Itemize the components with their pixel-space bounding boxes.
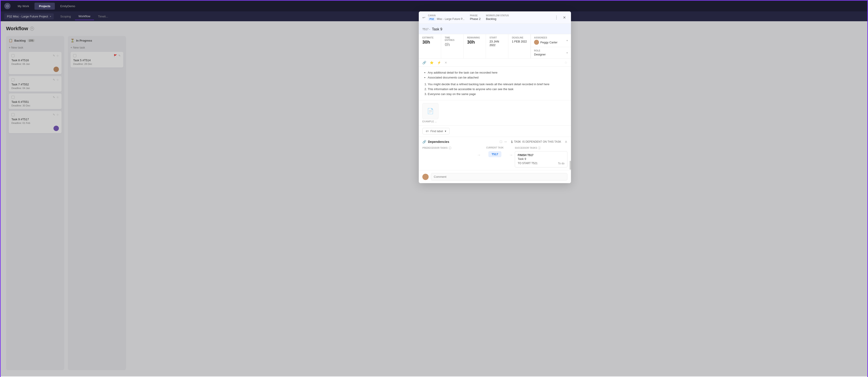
comment-input[interactable] (431, 173, 567, 180)
attachment-name: EXAMPLE ... (422, 120, 438, 123)
modal-back-icon[interactable]: ↩ (422, 15, 425, 20)
successor-relation: TO START T521 (518, 162, 537, 165)
stat-deadline-label: DEADLINE (512, 36, 527, 39)
tab-emily-demo[interactable]: EmilyDemo (56, 3, 80, 10)
header-field-canva: CANVA P32 Misc - Large Future P... (428, 14, 464, 21)
desc-item-1: You might decide that a refined backlog … (428, 82, 566, 87)
role-dropdown-chevron[interactable]: ▾ (566, 52, 568, 54)
labels-section: 🏷 Find label ▾ (419, 126, 571, 137)
assignee-avatar (534, 40, 539, 45)
dep-task-label: TASK (514, 140, 521, 143)
dep-title-text: Dependencies (428, 140, 449, 143)
successor-card[interactable]: FINISH T517 Task 9 TO START T521 To do (515, 151, 567, 168)
action-icon-bolt[interactable]: ⚡ (437, 61, 441, 64)
comment-section (419, 170, 571, 183)
dep-count-badge: 1 TASK IS DEPENDENT ON THIS TASK (511, 140, 561, 143)
stats-left: ESTIMATE 30h TIME ENTRIES 0h REMAINING 3… (419, 34, 531, 58)
stats-assignee-wrapper: ESTIMATE 30h TIME ENTRIES 0h REMAINING 3… (419, 34, 571, 59)
top-nav: ⬡ My Work Projects EmilyDemo (1, 1, 867, 11)
dep-arrow-left: → (475, 153, 483, 158)
workflow-status-label: WORKFLOW STATUS (486, 14, 509, 17)
role-block: ROLE Designer ▾ (531, 47, 571, 58)
dep-add-icons: □ ↔ (500, 140, 507, 144)
action-bar-favorite[interactable]: ☆ (564, 60, 567, 65)
nav-logo[interactable]: ⬡ (4, 3, 10, 9)
description-area: Any additional detail for the task can b… (419, 67, 571, 100)
header-field-workflow-status: WORKFLOW STATUS Backlog (486, 14, 509, 21)
dep-header: 🔗 Dependencies □ ↔ 1 TASK IS DEPENDENT O… (422, 140, 567, 144)
stat-start-date-bold: 23 JAN (490, 40, 499, 43)
modal-close-button[interactable]: ✕ (561, 14, 567, 21)
scrollbar-thumb[interactable] (570, 161, 571, 170)
desc-bullet-1: Any additional detail for the task can b… (428, 70, 566, 75)
phase-value: Phase 2 (470, 17, 480, 21)
assignee-label: ASSIGNEES (534, 36, 558, 39)
app-container: ⬡ My Work Projects EmilyDemo P32 Misc - … (0, 0, 868, 377)
dep-predecessor-col: PREDECESSOR TASKS i (422, 146, 475, 151)
p32-badge: P32 (428, 17, 436, 21)
stat-start: START 23 JAN 2022 (486, 34, 508, 58)
find-label-button[interactable]: 🏷 Find label ▾ (422, 128, 450, 134)
stat-deadline-date-bold: 1 FEB (512, 40, 520, 43)
stat-time-entries-value: 0h (445, 42, 460, 47)
stat-estimate-label: ESTIMATE (422, 36, 437, 39)
workflow-status-value: Backlog (486, 17, 509, 21)
canva-label: CANVA (428, 14, 464, 17)
modal-more-button[interactable]: ⋮ (554, 14, 559, 21)
assignee-dropdown-chevron[interactable]: ▾ (566, 39, 568, 42)
dep-link-icon: 🔗 (422, 140, 426, 143)
dep-collapse-button[interactable]: ∧ (565, 140, 567, 144)
dep-title: 🔗 Dependencies (422, 140, 449, 143)
stat-start-year: 2022 (490, 44, 496, 47)
predecessor-label: PREDECESSOR TASKS i (422, 146, 475, 149)
action-icon-star[interactable]: ⭐ (430, 61, 434, 64)
action-bar-left: 🔗 ⭐ ⚡ ✕ (422, 61, 447, 64)
header-field-phase: PHASE Phase 2 (470, 14, 480, 21)
phase-label: PHASE (470, 14, 480, 17)
dep-is-dependent-label: IS DEPENDENT ON THIS TASK (522, 140, 561, 143)
predecessor-info-icon[interactable]: i (448, 146, 452, 149)
current-task-badge: T517 (488, 151, 501, 157)
stat-deadline-value: 1 FEB 2022 (512, 40, 527, 43)
stat-start-value: 23 JAN 2022 (490, 40, 504, 47)
find-label-chevron: ▾ (445, 130, 446, 133)
tab-projects[interactable]: Projects (34, 3, 55, 10)
description-text: Any additional detail for the task can b… (423, 70, 566, 97)
comment-avatar (422, 174, 429, 180)
dep-count-num: 1 (511, 140, 513, 143)
attachment-section: 📄 EXAMPLE ... (419, 100, 571, 126)
canva-tag: P32 Misc - Large Future P... (428, 17, 464, 21)
stat-remaining-value: 30h (467, 40, 482, 45)
successor-info-icon[interactable]: i (538, 146, 541, 149)
successor-task-name: Task 9 (518, 157, 564, 161)
task-modal: ↩ CANVA P32 Misc - Large Future P... PHA… (419, 11, 571, 183)
attachment-thumb[interactable]: 📄 (422, 103, 438, 119)
dep-successor-col: SUCCESSOR TASKS i FINISH T517 Task 9 TO … (515, 146, 567, 168)
dep-add-successor-icon[interactable]: ↔ (504, 140, 507, 144)
desc-item-2: This information will be accessible to a… (428, 87, 566, 92)
stat-remaining-label: REMAINING (467, 36, 482, 39)
assignee-name: Peggy Carter (540, 41, 558, 44)
dep-add-predecessor-icon[interactable]: □ (500, 140, 502, 144)
dependencies-section: 🔗 Dependencies □ ↔ 1 TASK IS DEPENDENT O… (419, 137, 571, 170)
role-value: Designer (534, 53, 546, 56)
stat-time-entries: TIME ENTRIES 0h (441, 34, 464, 58)
successor-finish-text: FINISH T517 (518, 153, 564, 157)
dep-arrow-right: → (507, 153, 515, 158)
stat-remaining: REMAINING 30h (464, 34, 486, 58)
right-panel: ASSIGNEES Peggy Carter ▾ ROLE Designer ▾ (531, 34, 571, 58)
project-name-label: Misc - Large Future P... (437, 18, 465, 21)
find-label-text: Find label (430, 130, 443, 133)
stat-time-entries-label: TIME ENTRIES (445, 36, 460, 41)
task-id-badge: T517 - (422, 28, 430, 31)
action-icon-link[interactable]: 🔗 (422, 61, 426, 64)
task-title-row: T517 - (419, 24, 571, 34)
stat-estimate: ESTIMATE 30h (419, 34, 441, 58)
role-label: ROLE (534, 49, 546, 52)
task-title-input[interactable] (432, 26, 567, 32)
action-bar: 🔗 ⭐ ⚡ ✕ ☆ (419, 59, 571, 67)
action-icon-close[interactable]: ✕ (444, 61, 447, 64)
dep-current-col: CURRENT TASK T517 (483, 146, 507, 157)
tab-my-work[interactable]: My Work (13, 3, 34, 10)
successor-label: SUCCESSOR TASKS i (515, 146, 567, 149)
